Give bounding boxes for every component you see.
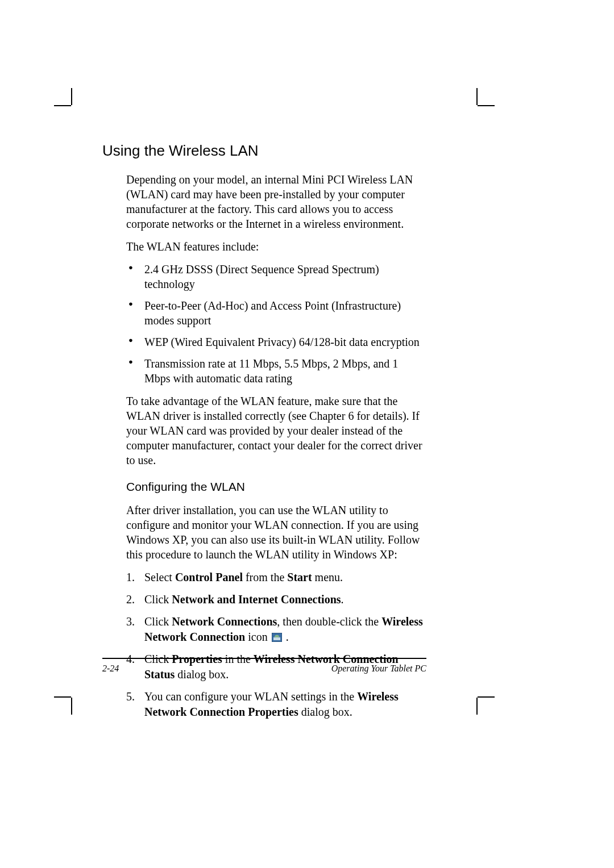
step-bold: Network and Internet Connections [172,593,341,606]
list-item: Click Network and Internet Connections. [126,592,426,607]
step-text: Click [144,615,172,628]
footer-rule [102,658,426,659]
crop-mark [476,698,478,715]
config-intro-paragraph: After driver installation, you can use t… [126,503,426,562]
advantage-paragraph: To take advantage of the WLAN feature, m… [126,394,426,468]
crop-mark [54,105,71,106]
step-text: . [283,631,289,643]
page-content: Using the Wireless LAN Depending on your… [102,142,426,727]
list-item: Click Network Connections, then double-c… [126,614,426,645]
list-item: Peer-to-Peer (Ad-Hoc) and Access Point (… [126,298,426,328]
step-text: dialog box. [298,706,352,718]
step-text: from the [243,571,287,583]
list-item: WEP (Wired Equivalent Privacy) 64/128-bi… [126,335,426,349]
crop-mark [478,696,495,698]
steps-list: Select Control Panel from the Start menu… [126,570,426,720]
step-text: . [341,593,344,606]
crop-mark [54,696,71,698]
crop-mark [476,88,478,105]
svg-rect-1 [273,637,280,640]
step-text: Click [144,593,172,606]
step-text: , then double-click the [277,615,381,628]
list-item: Select Control Panel from the Start menu… [126,570,426,585]
step-bold: Start [287,571,312,583]
step-bold: Control Panel [175,571,243,583]
subsection-heading: Configuring the WLAN [126,480,426,494]
step-text: You can configure your WLAN settings in … [144,690,357,703]
wireless-connection-icon [272,631,282,640]
section-heading: Using the Wireless LAN [102,142,426,160]
list-item: 2.4 GHz DSSS (Direct Sequence Spread Spe… [126,262,426,291]
step-text: Select [144,571,175,583]
step-bold: Network Connections [172,615,277,628]
footer-title: Operating Your Tablet PC [102,663,426,674]
list-item: Transmission rate at 11 Mbps, 5.5 Mbps, … [126,356,426,386]
intro-paragraph: Depending on your model, an internal Min… [126,172,426,231]
step-text: icon [245,631,270,643]
features-lead: The WLAN features include: [126,239,426,254]
feature-list: 2.4 GHz DSSS (Direct Sequence Spread Spe… [126,262,426,386]
crop-mark [71,698,72,715]
step-text: menu. [312,571,343,583]
crop-mark [478,105,495,106]
list-item: You can configure your WLAN settings in … [126,689,426,720]
crop-mark [71,88,72,105]
